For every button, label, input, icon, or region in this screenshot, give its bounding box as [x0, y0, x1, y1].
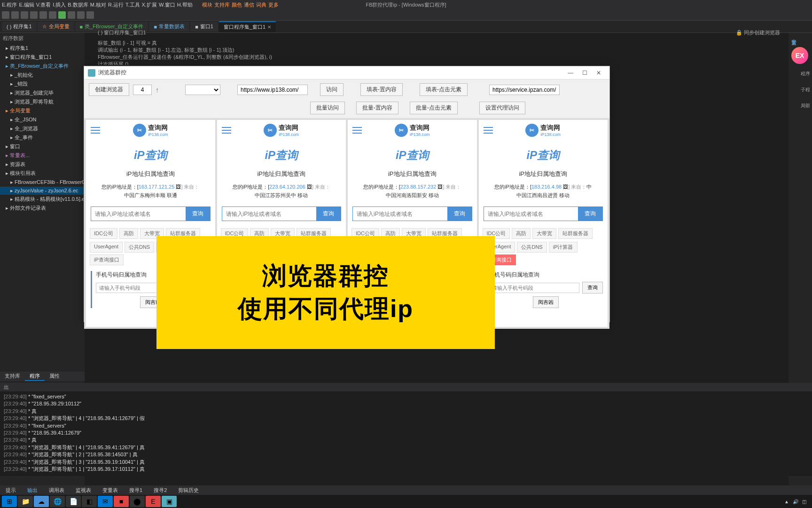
- phone-sub-button[interactable]: 阅吉凶: [533, 296, 559, 308]
- ip-search-button[interactable]: 查询: [578, 207, 602, 221]
- tree-item[interactable]: ▸ 窗口: [0, 142, 85, 151]
- maximize-icon[interactable]: ☐: [578, 68, 592, 78]
- dropdown-select[interactable]: [185, 85, 220, 95]
- ip-link[interactable]: 183.216.4.98: [531, 184, 562, 190]
- footer-tab[interactable]: 变量表: [97, 486, 124, 495]
- visit-button[interactable]: 访问: [320, 83, 344, 96]
- tag[interactable]: 高防: [119, 228, 138, 239]
- tree-item[interactable]: ▸ 浏览器_即将导航: [0, 97, 85, 106]
- tree-item[interactable]: ▸ 资源表: [0, 160, 85, 169]
- tree-item[interactable]: ▸ 模块引用表: [0, 169, 85, 178]
- task-item[interactable]: 🌐: [50, 496, 65, 507]
- footer-tab[interactable]: 搜寻2: [148, 486, 172, 495]
- toolbar-icon[interactable]: [2, 11, 9, 19]
- close-icon[interactable]: ✕: [592, 68, 606, 78]
- tag[interactable]: 公共DNS: [125, 242, 154, 253]
- tag[interactable]: UserAgent: [90, 242, 123, 253]
- ip-link[interactable]: 223.88.157.232: [400, 184, 436, 190]
- menu-item[interactable]: R.运行: [108, 1, 124, 8]
- tree-item[interactable]: ▸ 浏览器_创建完毕: [0, 88, 85, 97]
- task-item[interactable]: E: [146, 496, 161, 507]
- fill-content-button[interactable]: 填表-置内容: [360, 83, 403, 96]
- ip-link[interactable]: 163.177.121.25: [139, 184, 174, 190]
- footer-tab[interactable]: 剪辑历史: [172, 486, 204, 495]
- toolbar-icon[interactable]: [58, 11, 66, 19]
- toolbar-icon[interactable]: [49, 11, 56, 19]
- menu-item[interactable]: M.核对: [90, 1, 106, 8]
- proxy-url-input[interactable]: [489, 85, 560, 95]
- menu-ext[interactable]: 通信: [244, 1, 254, 8]
- batch-content-button[interactable]: 批量-置内容: [356, 102, 398, 114]
- start-button[interactable]: ⊞: [2, 496, 17, 507]
- menu-ext[interactable]: 支持库: [214, 1, 230, 8]
- batch-click-button[interactable]: 批量-点击元素: [410, 102, 458, 114]
- menu-ext[interactable]: 词典: [256, 1, 266, 8]
- ip-search-input[interactable]: [91, 207, 186, 221]
- system-tray[interactable]: ▲ 🔊 ◫: [784, 499, 810, 504]
- task-item[interactable]: ☁: [34, 496, 49, 507]
- count-input[interactable]: [133, 85, 152, 95]
- task-item[interactable]: 📁: [18, 496, 33, 507]
- menu-item[interactable]: H.帮助: [177, 1, 193, 8]
- fill-click-button[interactable]: 填表-点击元素: [420, 83, 468, 96]
- menu-ext[interactable]: 颜色: [232, 1, 242, 8]
- hamburger-icon[interactable]: [352, 127, 362, 134]
- ip-search-input[interactable]: [222, 207, 317, 221]
- logo[interactable]: ✂ 查询网iP138.com: [525, 124, 561, 137]
- phone-search-button[interactable]: 查询: [582, 282, 603, 294]
- tab[interactable]: ( )程序集1: [2, 22, 37, 32]
- minimize-icon[interactable]: —: [563, 68, 578, 78]
- footer-tab[interactable]: 监视表: [70, 486, 97, 495]
- ip-search-button[interactable]: 查询: [447, 207, 472, 221]
- menu-item[interactable]: E.编辑: [19, 1, 34, 8]
- tag[interactable]: 公共DNS: [517, 242, 547, 253]
- hamburger-icon[interactable]: [222, 127, 231, 134]
- tray-icon[interactable]: ▲: [784, 499, 789, 504]
- tree-item[interactable]: ▸ _初始化: [0, 71, 85, 79]
- logo[interactable]: ✂ 查询网iP138.com: [133, 124, 168, 137]
- tree-item[interactable]: ▸ 全_浏览器: [0, 124, 85, 133]
- tree-item[interactable]: ▸ 全_事件: [0, 133, 85, 142]
- tab-program[interactable]: 程序: [25, 372, 45, 381]
- hamburger-icon[interactable]: [91, 127, 100, 134]
- tree-item[interactable]: ▸ FBrowserCEF3lib - FBrowserCEF3库: [0, 178, 85, 187]
- task-item[interactable]: ✉: [98, 496, 113, 507]
- tray-icon[interactable]: 🔊: [793, 499, 798, 504]
- tab[interactable]: ☆全局变量: [38, 22, 74, 32]
- hamburger-icon[interactable]: [484, 127, 493, 134]
- toolbar-icon[interactable]: [21, 11, 28, 19]
- footer-tab[interactable]: 输出: [22, 486, 43, 495]
- toolbar-icon[interactable]: [68, 11, 75, 19]
- footer-tab[interactable]: 调用表: [43, 486, 70, 495]
- tag[interactable]: 大带宽: [532, 228, 556, 239]
- tag[interactable]: 站群服务器: [558, 228, 593, 239]
- tree-item[interactable]: ▸ 程序集1: [0, 44, 85, 53]
- task-item[interactable]: ◧: [82, 496, 97, 507]
- ip-search-button[interactable]: 查询: [186, 207, 210, 221]
- toolbar-icon[interactable]: [39, 11, 47, 19]
- menu-item[interactable]: W.窗口: [159, 1, 175, 8]
- ip-search-button[interactable]: 查询: [316, 207, 341, 221]
- menu-item[interactable]: E.程序: [2, 1, 17, 8]
- right-item[interactable]: 局部: [801, 103, 810, 109]
- menu-ext[interactable]: 更多: [268, 1, 279, 8]
- phone-input[interactable]: [489, 283, 580, 293]
- menu-item[interactable]: X.扩展: [142, 1, 157, 8]
- footer-tab[interactable]: 提示: [0, 486, 22, 495]
- ip-link[interactable]: 223.64.120.206: [269, 184, 305, 190]
- tree-item[interactable]: ▸ zyJsonValue - zyJson2.6.ec: [0, 187, 85, 195]
- tree-item[interactable]: ▸ 全_JSON: [0, 115, 85, 124]
- tree-item[interactable]: ▸ 类_FBrowser_自定义事件: [0, 62, 85, 71]
- menu-ext[interactable]: 模块: [202, 1, 212, 8]
- tree-item[interactable]: ▸ 全局变量: [0, 106, 85, 115]
- right-item[interactable]: 子程: [801, 87, 810, 93]
- batch-visit-button[interactable]: 批量访问: [310, 102, 345, 114]
- code-editor[interactable]: 标签_数组 [i - 1] 可视 = 真 调试输出 (i - 1, 标签_数组 …: [94, 38, 812, 65]
- menu-item[interactable]: T.工具: [125, 1, 140, 8]
- toolbar-icon[interactable]: [11, 11, 19, 19]
- menu-item[interactable]: I.插入: [53, 1, 66, 8]
- toolbar-icon[interactable]: [77, 11, 85, 19]
- tag[interactable]: iP查询接口: [90, 254, 124, 265]
- footer-tab[interactable]: 搜寻1: [124, 486, 148, 495]
- task-item[interactable]: 📄: [66, 496, 81, 507]
